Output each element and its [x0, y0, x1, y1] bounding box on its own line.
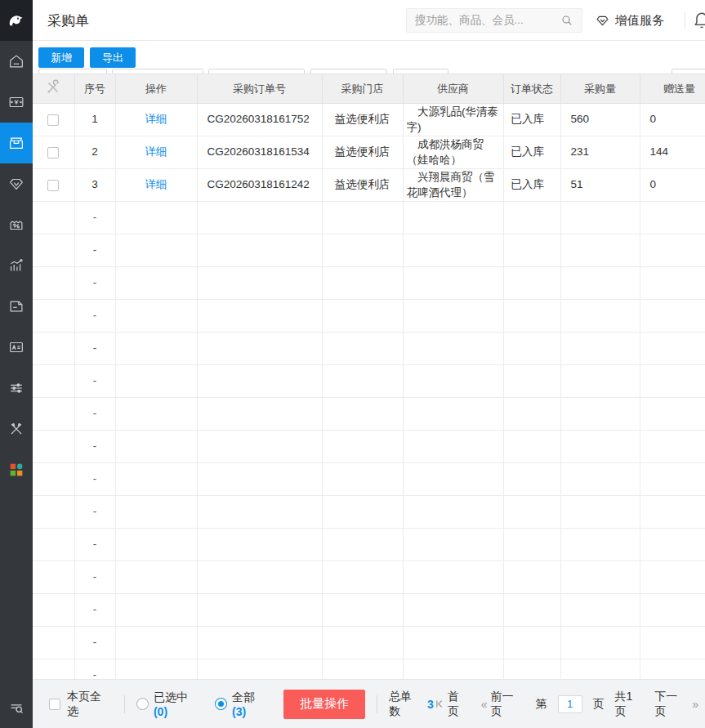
- cell-empty: [33, 365, 74, 398]
- cell-empty: [403, 627, 503, 659]
- sidebar-item-coupon[interactable]: [0, 204, 33, 245]
- sidebar-item-idcard[interactable]: [0, 327, 33, 368]
- sidebar-item-diamond[interactable]: [0, 163, 33, 204]
- cell-empty: [640, 463, 705, 496]
- page-number-input[interactable]: [558, 695, 582, 713]
- empty-table-row: -: [33, 202, 705, 234]
- app-logo[interactable]: [0, 0, 33, 41]
- cell-empty: [33, 463, 74, 496]
- cell-empty: [503, 561, 560, 594]
- page-title: 采购单: [47, 11, 89, 30]
- cell-empty: [403, 365, 503, 398]
- sidebar-item-sliders[interactable]: [0, 368, 33, 409]
- column-settings-cell[interactable]: [33, 74, 74, 104]
- cell-empty: [197, 594, 322, 627]
- cell-empty: [503, 431, 560, 463]
- cell-empty: [503, 234, 560, 267]
- cell-empty: [560, 300, 640, 333]
- cell-empty: [33, 300, 74, 333]
- row-checkbox[interactable]: [47, 180, 59, 191]
- first-page-button[interactable]: 首页: [434, 690, 471, 719]
- sidebar-item-apps[interactable]: [0, 449, 33, 490]
- footer-divider-2: [377, 695, 377, 713]
- cell-gift: 144: [640, 136, 705, 169]
- cell-empty: [503, 463, 560, 496]
- empty-table-row: -: [33, 333, 705, 365]
- cell-empty: [403, 300, 503, 333]
- all-radio[interactable]: 全部(3): [215, 690, 269, 718]
- cell-empty: [197, 202, 322, 234]
- idcard-icon: [7, 338, 25, 356]
- select-all-label: 本页全选: [67, 690, 113, 719]
- cell-empty: [33, 561, 74, 594]
- global-search-input[interactable]: 搜功能、商品、会员...: [406, 8, 582, 33]
- column-settings-icon[interactable]: [44, 78, 62, 96]
- cell-empty: [197, 463, 322, 496]
- cell-empty: [197, 365, 322, 398]
- sidebar-item-box[interactable]: [0, 123, 33, 163]
- batch-action-button[interactable]: 批量操作: [283, 690, 365, 719]
- sidebar-search-menu[interactable]: [0, 687, 33, 728]
- column-header: 序号: [74, 74, 115, 104]
- column-header: 采购订单号: [197, 74, 322, 104]
- cell-empty: [503, 627, 560, 659]
- cell-empty: [322, 267, 403, 300]
- row-checkbox[interactable]: [47, 114, 59, 126]
- value-added-services-button[interactable]: 增值服务: [595, 0, 664, 41]
- sidebar-item-report[interactable]: [0, 286, 33, 327]
- cell-store: 益选便利店: [322, 104, 403, 136]
- empty-table-row: -: [33, 659, 705, 680]
- total-orders: 总单数 3: [389, 690, 434, 719]
- search-icon[interactable]: [560, 14, 573, 27]
- home-icon: [7, 52, 25, 70]
- cell-empty: [115, 300, 197, 333]
- cell-empty: [322, 398, 403, 431]
- box-icon: [7, 134, 25, 152]
- detail-link[interactable]: 详细: [145, 113, 167, 125]
- bell-icon: [691, 10, 705, 31]
- sidebar-item-pens[interactable]: [0, 409, 33, 449]
- checkbox-icon[interactable]: [49, 699, 60, 710]
- cell-order-no: CG20260318161534: [197, 136, 322, 169]
- next-page-button[interactable]: 下一页 »: [654, 690, 698, 719]
- sidebar-item-chart[interactable]: [0, 245, 33, 286]
- cell-empty: [640, 627, 705, 659]
- cell-empty: [560, 594, 640, 627]
- select-all-checkbox[interactable]: 本页全选: [49, 690, 113, 719]
- notifications-button[interactable]: [691, 10, 705, 34]
- cell-empty: [503, 300, 560, 333]
- cell-empty: [640, 561, 705, 594]
- selected-radio[interactable]: 已选中(0): [136, 690, 202, 718]
- cell-empty: [33, 234, 74, 267]
- cell-empty: [197, 659, 322, 680]
- cell-empty: [115, 529, 197, 561]
- cell-empty: [640, 594, 705, 627]
- cell-empty: [33, 267, 74, 300]
- radio-icon[interactable]: [136, 698, 149, 710]
- row-checkbox[interactable]: [47, 147, 59, 159]
- add-button[interactable]: 新增: [38, 47, 84, 68]
- cell-empty: [560, 496, 640, 529]
- cell-index: 1: [74, 104, 115, 136]
- cell-empty: [560, 398, 640, 431]
- cell-empty-index: -: [74, 561, 115, 594]
- cell-empty: [197, 496, 322, 529]
- sidebar-item-home[interactable]: [0, 41, 33, 82]
- cell-empty: [115, 234, 197, 267]
- cell-empty: [640, 234, 705, 267]
- prev-page-button[interactable]: « 前一页: [481, 690, 525, 719]
- detail-link[interactable]: 详细: [145, 145, 167, 158]
- cell-empty-index: -: [74, 594, 115, 627]
- cell-status: 已入库: [503, 104, 560, 136]
- export-button[interactable]: 导出: [90, 47, 136, 68]
- page-prefix-label: 第: [536, 697, 547, 712]
- radio-checked-icon[interactable]: [215, 698, 227, 710]
- page-suffix-label: 页: [593, 697, 605, 712]
- column-header: 赠送量: [640, 74, 705, 104]
- top-divider: [685, 12, 685, 29]
- cell-empty: [403, 202, 503, 234]
- cell-empty: [33, 333, 74, 365]
- sidebar-item-money[interactable]: [0, 82, 33, 123]
- cell-empty: [640, 529, 705, 561]
- detail-link[interactable]: 详细: [145, 178, 167, 190]
